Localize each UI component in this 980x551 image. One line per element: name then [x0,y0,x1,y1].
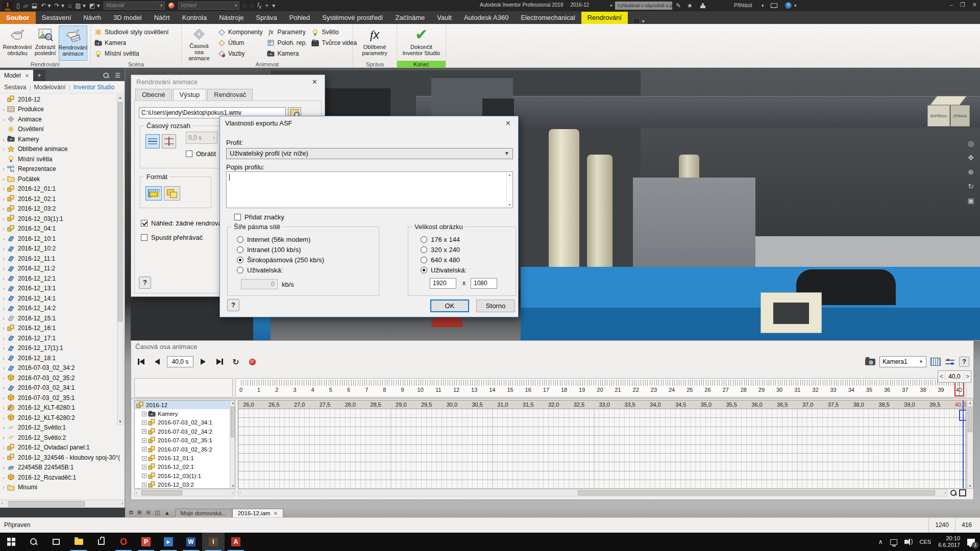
tree-item-2016-12-11-1[interactable]: ›2016-12_11:1 [0,254,125,264]
scrollbar-thumb[interactable] [8,501,85,507]
redo-icon[interactable]: ↷ ▾ [55,2,64,9]
ribbon-tab-syst-mov-prost-ed[interactable]: Systémové prostředí [316,12,389,24]
parametry-button[interactable]: fxParametry [266,28,307,37]
tv-rce-videa-button[interactable]: Tvůrce videa [311,38,357,47]
tree-horizontal-scrollbar[interactable]: ‹ › [0,499,125,508]
anim-tree-root[interactable]: 2016-12 [135,400,235,409]
help-button[interactable]: ? [139,277,151,289]
custom-width-field[interactable]: 1920 [430,278,456,289]
ok-button[interactable]: OK [430,299,469,312]
volume-icon[interactable] [904,540,908,544]
expand-icon[interactable]: › [0,196,7,202]
expand-icon[interactable]: › [0,116,7,122]
radio-button[interactable] [237,267,243,273]
edit-animation-icon[interactable] [930,358,941,366]
grid-vscroll[interactable]: ▲▼ [967,400,973,489]
bandwidth-value-field[interactable]: 0 [241,279,278,289]
help-dropdown-icon[interactable]: ▾ [794,2,797,10]
expand-plus-icon[interactable]: + [142,429,146,434]
expand-icon[interactable]: › [0,474,7,481]
custom-height-field[interactable]: 1080 [471,278,497,289]
scroll-up-icon[interactable]: ▲ [117,95,123,100]
tab-overflow[interactable]: ▾ [633,18,645,24]
increase-icon[interactable]: > [964,373,971,380]
clock[interactable]: 20:10 6.6.2017 [938,535,960,548]
user-icon[interactable] [700,3,705,8]
pan-icon[interactable]: ✥ [968,154,974,162]
tree-item-2016-07-03-02-34-1[interactable]: ›2016-07-03_02_34:1 [0,383,125,393]
signin-dropdown-icon[interactable]: ▾ [762,2,764,10]
browser-view-sestava[interactable]: Sestava [4,84,26,91]
size-option-640-x-480[interactable]: 640 x 480 [421,255,467,265]
dialog-tab-rendrova[interactable]: Rendrovač [207,89,253,101]
rendrov-n-animace-button[interactable]: Rendrování animace [59,26,87,61]
expand-icon[interactable]: › [0,176,7,182]
expand-icon[interactable]: › [0,226,7,232]
tree-item-2016-12-sv-tlo-1[interactable]: ›2016-12_Světlo:1 [0,423,125,433]
cancel-button[interactable]: Storno [476,299,515,312]
view-cube-front-face[interactable]: ZEPŘEDU [927,105,950,127]
dialog-title-bar[interactable]: Vlastnosti exportu ASF ✕ [220,116,518,130]
expand-icon[interactable]: › [0,435,7,441]
tile-windows-icon[interactable]: ⊞ [137,509,142,516]
anim-tree-item-kamery[interactable]: +Kamery [135,409,235,418]
profile-dropdown[interactable]: Uživatelský profil (viz níže)▼ [226,148,513,159]
tree-item-2016-12-17-1-1[interactable]: ›2016-12_17(1):1 [0,343,125,354]
expand-icon[interactable]: › [0,166,7,172]
adjust-icon[interactable]: ◌ [243,2,247,9]
expand-icon[interactable]: › [0,345,7,351]
taskbar-word-button[interactable]: W [180,533,202,551]
taskbar-inventor-button[interactable]: I [202,533,225,551]
tree-item-2016-12-03-2[interactable]: ›2016-12_03:2 [0,204,125,214]
tree-item-2016-12-14-2[interactable]: ›2016-12_14:2 [0,304,125,314]
tree-item-m-stn-sv-tla[interactable]: Místní světla [0,154,125,164]
anim-tree-item-2016-12-01-1[interactable]: +2016-12_01:1 [135,454,235,462]
anim-tree-item-2016-07-03-02-34-1[interactable]: +2016-07-03_02_34:1 [135,418,235,427]
camera-selector[interactable]: Kamera1▼ [879,356,926,367]
network-icon[interactable] [890,539,897,545]
plus-icon[interactable]: + [265,2,268,9]
expand-icon[interactable]: › [0,385,7,391]
tree-item-2016-12-14-1[interactable]: ›2016-12_14:1 [0,293,125,304]
time-value-spinner[interactable]: 0,0 s› [186,132,217,144]
zoom-timeline-icon[interactable] [950,489,957,496]
close-icon[interactable]: ✕ [503,119,513,127]
expand-plus-icon[interactable]: + [142,465,146,469]
scroll-down-icon[interactable]: ▼ [117,419,123,424]
tree-item-2016-12-03-1-1[interactable]: ›2016-12_03(1):1 [0,214,125,224]
help-button[interactable]: ? [227,299,239,311]
expand-icon[interactable]: › [0,375,7,381]
tree-item-2016-12-16-1[interactable]: ›2016-12_16:1 [0,323,125,334]
open-file-icon[interactable]: ▱ [23,2,28,9]
expand-icon[interactable]: ▲ [164,510,170,516]
split-vertical-icon[interactable]: ◫ [155,509,160,516]
tree-item-224545b-224545b-1[interactable]: ›224545B 224545B:1 [0,463,125,473]
size-option-u-ivatelsk[interactable]: Uživatelská: [421,265,467,275]
expand-plus-icon[interactable]: + [142,438,146,443]
expand-icon[interactable]: › [0,424,7,431]
expand-icon[interactable]: › [0,245,7,252]
preview-checkbox[interactable] [141,220,148,227]
dialog-tab-v-stup[interactable]: Výstup [173,89,207,101]
expand-icon[interactable]: › [0,355,7,361]
reverse-option[interactable]: Obrátit [186,150,216,158]
tree-item-reprezentace[interactable]: ›Reprezentace [0,164,125,174]
tree-item-2016-12-rozvad-1[interactable]: ›2016-12_Rozvaděč:1 [0,472,125,483]
grid-area[interactable] [238,409,966,489]
ribbon-tab-vault[interactable]: Vault [431,12,458,24]
material-combo[interactable]: Materiál▾ [104,2,165,10]
bandwidth-option-irokop-smov-250-kb-s[interactable]: Širokopásmová (250 kb/s) [237,255,324,265]
expand-icon[interactable]: › [0,415,7,421]
step-back-button[interactable] [151,356,164,368]
komponenty-button[interactable]: Komponenty [217,28,262,37]
radio-button[interactable] [237,257,243,263]
radio-button[interactable] [421,236,427,243]
tree-item-kamery[interactable]: ›Kamery [0,134,125,144]
expand-plus-icon[interactable]: + [142,456,146,461]
tree-item-produkce[interactable]: ›Produkce [0,105,125,115]
taskbar-search-button[interactable] [22,533,45,551]
help-search-input[interactable]: Vyhledávat v nápovědě a příkaze [615,2,672,10]
reverse-checkbox[interactable] [186,151,192,157]
animation-tree-hscroll[interactable]: ‹› [134,489,235,496]
anim-tree-item-2016-07-03-02-34-2[interactable]: +2016-07-03_02_34:2 [135,427,235,436]
